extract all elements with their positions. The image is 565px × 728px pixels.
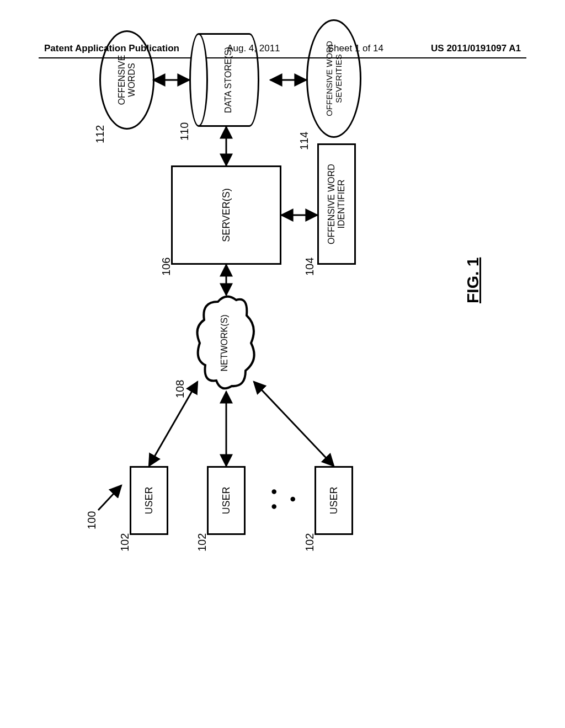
ref-100: 100 [86,511,98,529]
user-label: USER [328,487,340,515]
datastore-cylinder: DATA STORE(S) [189,33,269,127]
user-label: USER [143,487,155,515]
severities-label: OFFENSIVE WORD SEVERITIES [324,41,343,116]
severities-ellipse: OFFENSIVE WORD SEVERITIES [306,19,361,138]
user-ellipsis: • • • [265,484,302,512]
user-label: USER [221,487,232,515]
ref-102-a: 102 [119,533,131,552]
identifier-label: OFFENSIVE WORD IDENTIFIER [327,164,347,244]
offensive-words-ellipse: OFFENSIVE WORDS [99,30,154,130]
figure-caption: FIG. 1 [463,258,482,303]
ref-106: 106 [160,258,173,276]
ref-104: 104 [303,258,316,276]
user-box-2: USER [207,466,246,535]
ref-102-b: 102 [196,533,209,552]
ref-114: 114 [298,132,311,150]
svg-line-3 [254,382,334,466]
network-cloud: NETWORK(S) [193,293,259,393]
datastore-label: DATA STORE(S) [223,47,233,113]
ref-112: 112 [94,125,106,143]
ref-108: 108 [174,380,186,398]
svg-line-0 [98,485,121,510]
figure-1-diagram: 100 USER 102 USER 102 • • • USER 102 NET… [33,0,530,574]
svg-line-1 [149,382,198,466]
network-label: NETWORK(S) [220,293,230,393]
ref-110: 110 [178,122,191,141]
identifier-box: OFFENSIVE WORD IDENTIFIER [317,143,356,265]
user-box-3: USER [315,466,353,535]
server-box: SERVER(S) [171,165,281,265]
offensive-words-label: OFFENSIVE WORDS [117,55,137,105]
server-label: SERVER(S) [221,188,232,242]
ref-102-c: 102 [303,533,316,552]
user-box-1: USER [130,466,168,535]
